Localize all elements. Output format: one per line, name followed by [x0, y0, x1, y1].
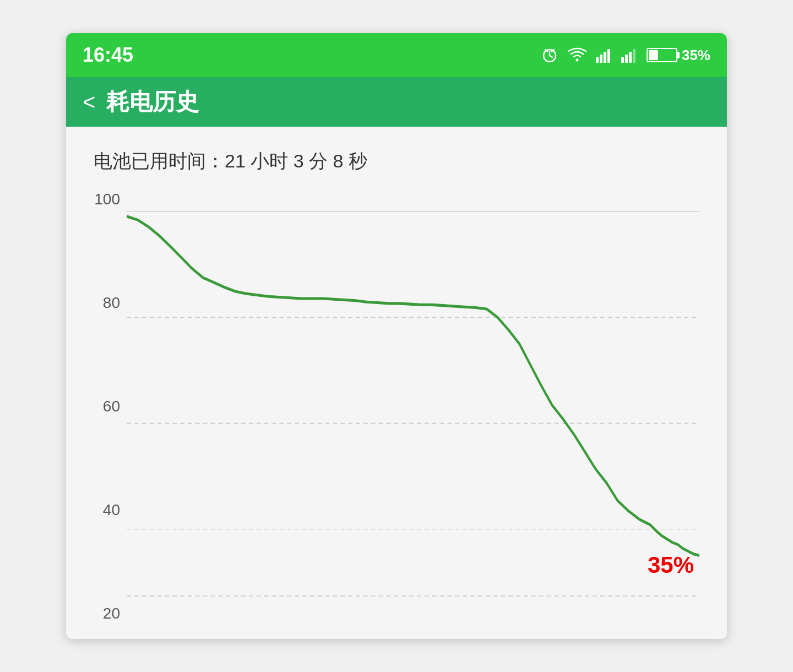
- phone-container: 16:45: [66, 33, 727, 639]
- svg-rect-6: [596, 57, 599, 63]
- svg-rect-8: [604, 52, 606, 63]
- battery-indicator: 35%: [647, 47, 710, 64]
- page-title: 耗电历史: [106, 86, 199, 117]
- y-label-60: 60: [94, 398, 127, 415]
- svg-rect-7: [600, 55, 602, 63]
- alarm-icon: [541, 46, 558, 64]
- svg-rect-9: [607, 49, 610, 63]
- y-label-40: 40: [94, 501, 127, 519]
- svg-rect-13: [633, 49, 636, 63]
- signal-icon-1: [596, 47, 612, 63]
- current-battery-percent: 35%: [648, 552, 694, 578]
- svg-point-5: [575, 59, 578, 62]
- signal-icon-2: [621, 47, 638, 63]
- y-label-20: 20: [94, 605, 127, 622]
- battery-percent: 35%: [682, 47, 710, 64]
- battery-box: [647, 48, 677, 62]
- y-label-80: 80: [94, 294, 127, 312]
- back-button[interactable]: <: [83, 90, 95, 115]
- svg-line-2: [550, 56, 552, 57]
- content-area: 电池已用时间：21 小时 3 分 8 秒 100 80 60 40 20: [66, 127, 727, 639]
- battery-chart: 35%: [127, 191, 699, 622]
- battery-used-label: 电池已用时间：21 小时 3 分 8 秒: [94, 149, 699, 174]
- svg-rect-11: [625, 55, 628, 63]
- y-axis-labels: 100 80 60 40 20: [94, 191, 127, 622]
- chart-wrapper: 100 80 60 40 20: [94, 191, 699, 622]
- svg-rect-12: [629, 52, 632, 63]
- svg-rect-10: [621, 57, 624, 63]
- app-bar: < 耗电历史: [66, 77, 727, 127]
- status-bar: 16:45: [66, 33, 727, 77]
- y-label-100: 100: [94, 191, 127, 208]
- status-icons: 35%: [541, 46, 710, 64]
- wifi-icon: [567, 47, 587, 63]
- status-time: 16:45: [83, 44, 133, 67]
- battery-fill: [649, 50, 658, 60]
